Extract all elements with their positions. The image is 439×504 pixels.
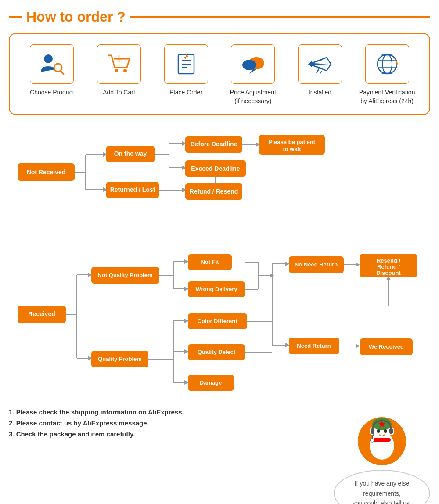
notes-section: 1. Please check the shipping information…	[9, 408, 325, 441]
note-2: 2. Please contact us by AliExpress messa…	[9, 419, 325, 427]
step-installed: Installed	[289, 44, 351, 97]
received-svg: Received Not Quality Problem Not Fit Wro…	[9, 235, 430, 393]
step-choose-product-label: Choose Product	[30, 88, 74, 97]
svg-text:Exceed Deadline: Exceed Deadline	[191, 165, 240, 172]
chat-exclaim-icon: !	[240, 51, 266, 77]
installed-icon-box	[298, 44, 342, 84]
page-header: How to order ?	[9, 9, 430, 25]
choose-product-icon-box	[30, 44, 74, 84]
bottom-section: 1. Please check the shipping information…	[9, 408, 430, 504]
person-search-icon	[39, 51, 65, 77]
step-payment-verification-label: Payment Verificationby AliExpress (24h)	[359, 88, 415, 105]
order-steps-box: Choose Product Add To Cart Place O	[9, 33, 430, 115]
svg-line-2	[61, 71, 64, 74]
svg-text:Before Deadline: Before Deadline	[191, 140, 237, 148]
step-choose-product: Choose Product	[21, 44, 83, 97]
plane-icon	[307, 51, 333, 77]
svg-point-4	[123, 69, 127, 72]
svg-point-3	[115, 69, 118, 72]
step-add-to-cart-label: Add To Cart	[103, 88, 135, 97]
payment-verification-icon-box	[365, 44, 409, 84]
svg-text:We Received: We Received	[369, 343, 404, 350]
step-installed-label: Installed	[309, 88, 331, 97]
svg-text:Color Different: Color Different	[198, 318, 238, 324]
cart-icon	[106, 51, 132, 77]
svg-point-13	[242, 60, 256, 70]
step-add-to-cart: Add To Cart	[88, 44, 150, 97]
svg-text:Damage: Damage	[200, 379, 222, 386]
svg-rect-132	[389, 428, 393, 434]
svg-text:Need Return: Need Return	[297, 342, 331, 349]
svg-text:Returned / Lost: Returned / Lost	[110, 186, 155, 193]
bubble-line1: If you have any else requirements,	[355, 480, 410, 497]
svg-point-125	[377, 429, 380, 433]
place-order-icon-box	[164, 44, 208, 84]
svg-text:Not Received: Not Received	[27, 169, 66, 176]
svg-text:Refund /: Refund /	[377, 263, 400, 270]
svg-point-19	[378, 54, 397, 74]
svg-marker-117	[356, 344, 360, 348]
mascot-icon	[353, 408, 410, 465]
svg-point-0	[44, 54, 53, 63]
bubble-line2: you could also tell us.	[353, 500, 411, 504]
svg-text:Quality Problem: Quality Problem	[98, 356, 142, 362]
header-line-left	[9, 16, 22, 18]
svg-marker-16	[309, 61, 329, 67]
step-price-adjustment-label: Price Adjustment(if necessary)	[230, 88, 276, 105]
document-upload-icon	[173, 51, 199, 77]
not-received-flowchart: Not Received On the way Before Deadline …	[9, 128, 430, 218]
svg-text:Not Quality Problem: Not Quality Problem	[98, 272, 153, 278]
price-adjustment-icon-box: !	[231, 44, 275, 84]
svg-point-133	[371, 439, 374, 442]
svg-text:Not Fit: Not Fit	[201, 259, 219, 265]
svg-text:Received: Received	[28, 310, 55, 317]
svg-text:No Need Return: No Need Return	[295, 261, 338, 268]
svg-text:Discount: Discount	[376, 270, 401, 276]
mascot-section: If you have any else requirements, you c…	[334, 408, 430, 504]
svg-text:Quality Delect: Quality Delect	[198, 349, 236, 355]
svg-rect-130	[373, 438, 391, 442]
svg-line-17	[317, 68, 319, 73]
header-line-right	[130, 16, 430, 18]
svg-text:Wrong Delivery: Wrong Delivery	[195, 286, 237, 292]
globe-icon	[374, 51, 400, 77]
svg-text:to wait: to wait	[283, 146, 301, 152]
note-1: 1. Please check the shipping information…	[9, 408, 325, 416]
svg-line-18	[320, 71, 322, 74]
svg-point-126	[384, 429, 387, 433]
svg-text:Please be patient: Please be patient	[269, 139, 316, 145]
page-title: How to order ?	[26, 9, 126, 25]
speech-bubble: If you have any else requirements, you c…	[334, 470, 430, 504]
note-3: 3. Check the package and item carefully.	[9, 430, 325, 438]
svg-text:On the way: On the way	[114, 150, 147, 157]
step-place-order: Place Order	[155, 44, 217, 97]
svg-text:Refund / Resend: Refund / Resend	[190, 188, 238, 195]
received-flowchart: Received Not Quality Problem Not Fit Wro…	[9, 235, 430, 395]
svg-text:Resend /: Resend /	[377, 257, 401, 264]
svg-point-20	[382, 54, 392, 74]
add-to-cart-icon-box	[97, 44, 141, 84]
svg-marker-105	[356, 263, 360, 267]
svg-rect-131	[371, 428, 374, 434]
step-price-adjustment: ! Price Adjustment(if necessary)	[222, 44, 284, 105]
step-place-order-label: Place Order	[169, 88, 202, 97]
not-received-svg: Not Received On the way Before Deadline …	[9, 128, 430, 216]
svg-text:!: !	[247, 61, 249, 68]
step-payment-verification: Payment Verificationby AliExpress (24h)	[356, 44, 418, 105]
